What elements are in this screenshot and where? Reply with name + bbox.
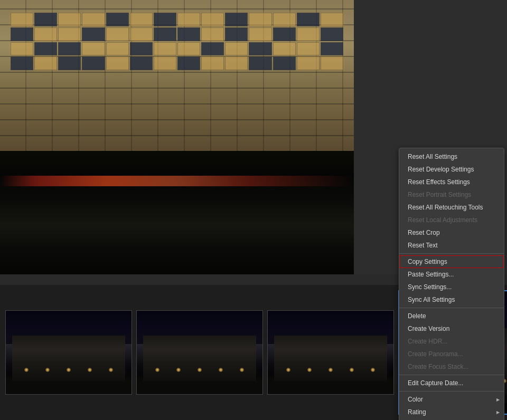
window-cell	[106, 27, 129, 41]
menu-item-reset-text[interactable]: Reset Text	[399, 239, 504, 252]
window-cell	[82, 13, 105, 26]
windows-grid	[0, 7, 354, 75]
window-cell	[201, 13, 224, 26]
window-cell	[201, 42, 224, 56]
window-cell	[58, 13, 81, 26]
window-cell	[249, 42, 271, 56]
window-cell	[249, 56, 271, 70]
window-cell	[34, 27, 57, 41]
window-cell	[34, 13, 57, 26]
window-cell	[177, 27, 200, 41]
menu-item-create-focus-stack: Create Focus Stack...	[399, 360, 504, 373]
window-cell	[58, 27, 81, 41]
menu-item-reset-crop[interactable]: Reset Crop	[399, 226, 504, 239]
window-cell	[297, 56, 320, 70]
menu-separator	[399, 391, 504, 392]
window-cell	[177, 42, 200, 56]
window-cell	[297, 42, 320, 56]
context-menu: Reset All SettingsReset Develop Settings…	[399, 148, 504, 420]
window-cell	[225, 56, 248, 70]
film-thumbnail-3[interactable]	[267, 310, 394, 395]
window-cell	[34, 56, 57, 70]
menu-item-delete[interactable]: Delete	[399, 310, 504, 322]
menu-item-create-version[interactable]: Create Version	[399, 322, 504, 335]
window-cell	[130, 56, 153, 70]
window-cell	[82, 42, 105, 56]
menu-item-reset-portrait-settings: Reset Portrait Settings	[399, 188, 504, 201]
window-cell	[106, 13, 129, 26]
window-cell	[11, 27, 33, 41]
window-cell	[58, 56, 81, 70]
window-cell	[154, 27, 176, 41]
window-cell	[321, 27, 343, 41]
window-cell	[11, 56, 33, 70]
window-cell	[58, 42, 81, 56]
film-thumbnail-1[interactable]	[5, 310, 132, 395]
thumbnail-image	[6, 311, 132, 394]
window-cell	[154, 56, 176, 70]
light-trails	[0, 176, 354, 186]
window-cell	[130, 27, 153, 41]
window-cell	[177, 13, 200, 26]
building-facade	[0, 0, 354, 151]
menu-item-sync-all-settings[interactable]: Sync All Settings	[399, 293, 504, 306]
window-cell	[11, 42, 33, 56]
window-cell	[273, 13, 296, 26]
menu-separator	[399, 308, 504, 308]
main-photo-area	[0, 0, 354, 274]
window-cell	[273, 56, 296, 70]
menu-item-copy-settings[interactable]: Copy Settings	[399, 255, 504, 268]
window-cell	[321, 42, 343, 56]
thumbnail-image	[137, 311, 262, 394]
window-cell	[177, 56, 200, 70]
film-thumbnail-2[interactable]	[136, 310, 263, 395]
menu-item-create-panorama: Create Panorama...	[399, 348, 504, 360]
window-cell	[106, 42, 129, 56]
window-cell	[106, 56, 129, 70]
menu-item-reset-all-retouching-tools[interactable]: Reset All Retouching Tools	[399, 201, 504, 214]
window-cell	[11, 13, 33, 26]
menu-item-reset-all-settings[interactable]: Reset All Settings	[399, 150, 504, 163]
menu-item-reset-effects-settings[interactable]: Reset Effects Settings	[399, 176, 504, 188]
window-cell	[225, 27, 248, 41]
menu-item-create-hdr: Create HDR...	[399, 335, 504, 348]
thumbnail-image	[268, 311, 393, 394]
window-cell	[82, 56, 105, 70]
window-cell	[82, 27, 105, 41]
menu-separator	[399, 375, 504, 375]
window-cell	[130, 13, 153, 26]
window-cell	[34, 42, 57, 56]
menu-item-rating[interactable]: Rating	[399, 406, 504, 418]
window-cell	[297, 13, 320, 26]
window-cell	[249, 13, 271, 26]
menu-item-edit-capture-date[interactable]: Edit Capture Date...	[399, 377, 504, 389]
menu-item-reset-develop-settings[interactable]: Reset Develop Settings	[399, 163, 504, 176]
window-cell	[225, 13, 248, 26]
window-cell	[321, 56, 343, 70]
window-cell	[154, 13, 176, 26]
window-cell	[225, 42, 248, 56]
window-cell	[130, 42, 153, 56]
window-cell	[201, 56, 224, 70]
window-cell	[249, 27, 271, 41]
window-cell	[154, 42, 176, 56]
window-cell	[201, 27, 224, 41]
menu-item-reset-local-adjustments: Reset Local Adjustments	[399, 214, 504, 226]
menu-item-paste-settings[interactable]: Paste Settings...	[399, 268, 504, 281]
window-cell	[297, 27, 320, 41]
window-cell	[273, 27, 296, 41]
menu-separator	[399, 253, 504, 254]
menu-item-sync-settings[interactable]: Sync Settings...	[399, 281, 504, 293]
window-cell	[273, 42, 296, 56]
menu-item-color[interactable]: Color	[399, 393, 504, 406]
window-cell	[321, 13, 343, 26]
street-area	[0, 151, 354, 274]
